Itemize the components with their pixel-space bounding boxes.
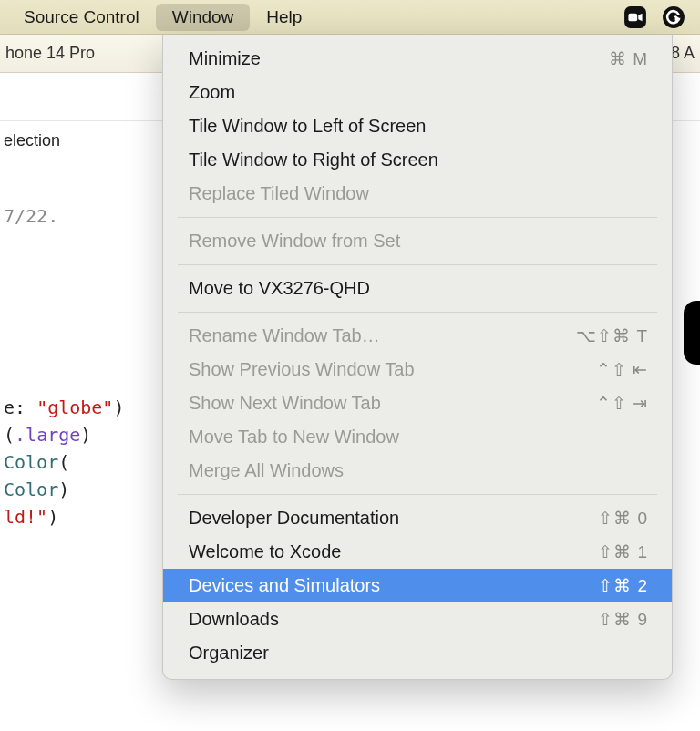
menu-item-label: Merge All Windows: [189, 460, 648, 481]
menu-item-label: Show Previous Window Tab: [189, 359, 596, 380]
menu-item-label: Show Next Window Tab: [189, 393, 596, 414]
code-line-1: e: "globe"): [4, 396, 124, 418]
preview-device-edge: [684, 301, 700, 365]
window-menu-dropdown: Minimize⌘ MZoomTile Window to Left of Sc…: [162, 35, 673, 680]
menu-item-replace-tiled-window: Replace Tiled Window: [163, 177, 672, 211]
toolbar-right-text: 8 A: [671, 44, 696, 63]
menu-item-zoom[interactable]: Zoom: [163, 76, 672, 109]
menu-item-label: Developer Documentation: [189, 508, 598, 529]
menu-item-tile-window-to-right-of-screen[interactable]: Tile Window to Right of Screen: [163, 143, 672, 177]
menu-item-label: Tile Window to Left of Screen: [189, 116, 648, 137]
menu-item-label: Zoom: [189, 82, 648, 103]
menu-item-shortcut: ⇧⌘ 0: [598, 508, 648, 529]
menu-item-devices-and-simulators[interactable]: Devices and Simulators⇧⌘ 2: [163, 569, 672, 602]
menu-item-show-previous-window-tab: Show Previous Window Tab⌃⇧ ⇤: [163, 353, 672, 386]
menu-separator: [178, 312, 657, 313]
grammarly-icon[interactable]: [660, 4, 687, 31]
menu-item-label: Remove Window from Set: [189, 231, 648, 252]
svg-point-2: [663, 6, 685, 28]
menu-item-show-next-window-tab: Show Next Window Tab⌃⇧ ⇥: [163, 386, 672, 420]
menu-item-welcome-to-xcode[interactable]: Welcome to Xcode⇧⌘ 1: [163, 535, 672, 569]
menu-item-developer-documentation[interactable]: Developer Documentation⇧⌘ 0: [163, 501, 672, 535]
menu-separator: [178, 217, 657, 218]
menu-item-label: Move to VX3276-QHD: [189, 278, 648, 299]
menu-separator: [178, 494, 657, 495]
menu-item-label: Downloads: [189, 609, 598, 630]
code-line-2: (.large): [4, 424, 91, 446]
menu-item-remove-window-from-set: Remove Window from Set: [163, 224, 672, 258]
menu-item-shortcut: ⇧⌘ 2: [598, 575, 648, 596]
menu-item-label: Welcome to Xcode: [189, 541, 598, 562]
menubar: Source Control Window Help: [0, 0, 700, 35]
menu-item-label: Minimize: [189, 48, 609, 69]
menu-item-shortcut: ⇧⌘ 9: [598, 609, 648, 630]
menu-item-shortcut: ⌃⇧ ⇥: [596, 393, 648, 414]
menu-item-shortcut: ⌃⇧ ⇤: [596, 359, 648, 380]
code-comment: 7/22.: [4, 205, 58, 227]
code-line-5: ld!"): [4, 506, 58, 528]
menu-item-label: Devices and Simulators: [189, 575, 598, 596]
menu-item-organizer[interactable]: Organizer: [163, 636, 672, 670]
menu-item-downloads[interactable]: Downloads⇧⌘ 9: [163, 602, 672, 636]
menu-separator: [178, 264, 657, 265]
menu-item-move-to-vx3276-qhd[interactable]: Move to VX3276-QHD: [163, 272, 672, 305]
facetime-icon[interactable]: [622, 4, 649, 31]
svg-rect-1: [628, 13, 637, 21]
menu-item-label: Tile Window to Right of Screen: [189, 149, 648, 170]
code-line-4: Color): [4, 479, 69, 500]
device-selector[interactable]: hone 14 Pro: [4, 44, 95, 63]
menu-item-shortcut: ⌘ M: [609, 48, 648, 69]
menu-item-tile-window-to-left-of-screen[interactable]: Tile Window to Left of Screen: [163, 109, 672, 143]
menu-item-rename-window-tab: Rename Window Tab…⌥⇧⌘ T: [163, 319, 672, 353]
menu-item-label: Rename Window Tab…: [189, 325, 576, 346]
menu-item-merge-all-windows: Merge All Windows: [163, 454, 672, 488]
menu-item-label: Organizer: [189, 643, 648, 664]
menu-item-label: Move Tab to New Window: [189, 427, 648, 448]
menu-item-minimize[interactable]: Minimize⌘ M: [163, 42, 672, 76]
menu-item-shortcut: ⇧⌘ 1: [598, 541, 648, 562]
menu-help[interactable]: Help: [250, 4, 318, 31]
menu-item-shortcut: ⌥⇧⌘ T: [576, 325, 648, 346]
breadcrumb-label: election: [4, 131, 60, 150]
menu-item-label: Replace Tiled Window: [189, 183, 648, 204]
code-line-3: Color(: [4, 451, 69, 473]
menu-window[interactable]: Window: [156, 4, 251, 31]
menu-source-control[interactable]: Source Control: [7, 4, 156, 31]
menu-item-move-tab-to-new-window: Move Tab to New Window: [163, 420, 672, 454]
